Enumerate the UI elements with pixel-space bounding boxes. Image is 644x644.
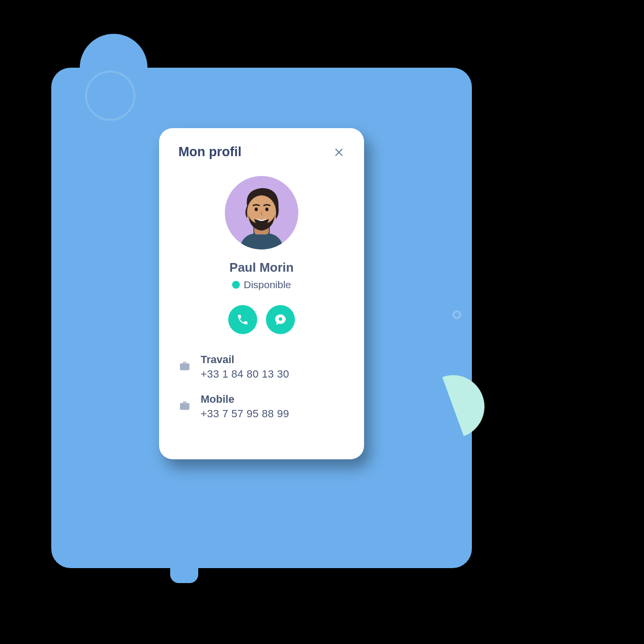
contact-row-mobile: Mobile +33 7 57 95 88 99: [178, 393, 345, 420]
contact-label: Travail: [201, 353, 289, 366]
briefcase-icon: [178, 360, 191, 374]
avatar-illustration: [230, 184, 293, 249]
contact-row-work: Travail +33 1 84 80 13 30: [178, 353, 345, 381]
profile-name: Paul Morin: [178, 260, 345, 275]
svg-point-5: [265, 207, 268, 211]
close-icon: [334, 147, 344, 157]
chat-icon: [274, 313, 287, 326]
chat-button[interactable]: [266, 305, 295, 334]
contact-info: Mobile +33 7 57 95 88 99: [201, 393, 289, 420]
contact-label: Mobile: [201, 393, 289, 406]
close-button[interactable]: [333, 146, 345, 158]
action-buttons: [178, 305, 345, 334]
briefcase-icon: [178, 399, 191, 414]
decorative-small-ring: [453, 310, 461, 319]
card-title: Mon profil: [178, 145, 241, 160]
card-header: Mon profil: [178, 145, 345, 160]
svg-point-6: [279, 317, 282, 321]
contact-value: +33 7 57 95 88 99: [201, 408, 289, 420]
avatar: [225, 176, 298, 249]
status-dot-icon: [232, 281, 240, 289]
decorative-circle-outline: [85, 71, 135, 121]
svg-point-4: [255, 207, 258, 211]
contact-info: Travail +33 1 84 80 13 30: [201, 353, 289, 381]
contact-value: +33 1 84 80 13 30: [201, 368, 289, 381]
status-row: Disponible: [178, 279, 345, 291]
profile-card: Mon profil: [159, 128, 364, 459]
status-text: Disponible: [244, 279, 291, 291]
decorative-pill-bottom: [170, 555, 198, 583]
call-button[interactable]: [228, 305, 257, 334]
avatar-container: [178, 176, 345, 249]
phone-icon: [236, 313, 249, 326]
